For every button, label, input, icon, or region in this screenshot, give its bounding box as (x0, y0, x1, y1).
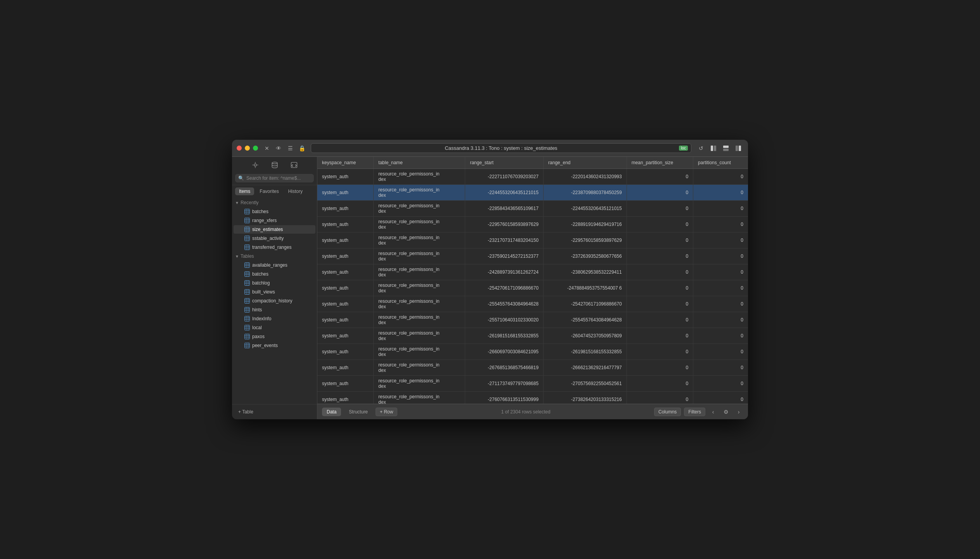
table-cell: -2705756922550452561 (544, 376, 627, 392)
table-cell: 0 (693, 376, 748, 392)
table-row[interactable]: system_authresource_role_permissons_inde… (317, 233, 748, 248)
add-table-button[interactable]: + Table (235, 408, 314, 416)
columns-button[interactable]: Columns (654, 408, 681, 416)
table-cell: -2542706171096886670 (465, 280, 544, 296)
eye-icon[interactable]: 👁 (274, 144, 283, 153)
table-cell: resource_role_permissons_index (374, 376, 465, 392)
table-grid-icon (244, 343, 250, 348)
table-row[interactable]: system_authresource_role_permissons_inde… (317, 392, 748, 404)
table-cell: system_auth (317, 344, 374, 360)
filters-button[interactable]: Filters (684, 408, 705, 416)
sidebar-item-transferred_ranges[interactable]: transferred_ranges (234, 243, 315, 252)
sidebar-table-item-compaction_history[interactable]: compaction_history (234, 297, 315, 305)
table-cell: 0 (693, 328, 748, 344)
sidebar-item-label: batches (252, 209, 268, 214)
search-input[interactable] (246, 175, 311, 181)
col-header-partitions_count[interactable]: partitions_count (693, 157, 748, 169)
prev-button[interactable]: ‹ (708, 407, 718, 417)
tab-items[interactable]: Items (235, 187, 254, 195)
table-cell: 0 (627, 376, 693, 392)
sidebar-table-item-available_ranges[interactable]: available_ranges (234, 261, 315, 269)
settings-button[interactable]: ⚙ (721, 407, 731, 417)
table-grid-icon (244, 218, 250, 223)
maximize-button[interactable] (253, 146, 258, 151)
close-button[interactable] (237, 146, 242, 151)
table-cell: 0 (627, 248, 693, 264)
table-row[interactable]: system_authresource_role_permissons_inde… (317, 248, 748, 264)
add-row-button[interactable]: + Row (376, 408, 397, 416)
sidebar-item-sstable_activity[interactable]: sstable_activity (234, 234, 315, 243)
layout-icon-2[interactable] (721, 143, 731, 153)
tables-items: available_ranges batches batchlog (232, 261, 317, 350)
table-cell: 0 (627, 280, 693, 296)
table-row[interactable]: system_authresource_role_permissons_inde… (317, 376, 748, 392)
close-icon[interactable]: ✕ (263, 144, 271, 153)
sidebar-top: 🔍 (232, 157, 317, 185)
table-cell: 0 (627, 392, 693, 404)
sidebar-item-label: hints (252, 307, 262, 312)
col-header-mean_partition_size[interactable]: mean_partition_size (627, 157, 693, 169)
table-cell: system_auth (317, 376, 374, 392)
col-header-range_start[interactable]: range_start (465, 157, 544, 169)
svg-rect-69 (245, 325, 250, 330)
minimize-button[interactable] (245, 146, 250, 151)
col-header-keyspace_name[interactable]: keyspace_name (317, 157, 374, 169)
table-row[interactable]: system_authresource_role_permissons_inde… (317, 280, 748, 296)
refresh-button[interactable]: ↺ (696, 143, 706, 153)
tab-favorites[interactable]: Favorites (256, 187, 282, 195)
table-row[interactable]: system_authresource_role_permissons_inde… (317, 328, 748, 344)
sidebar-table-item-peer_events[interactable]: peer_events (234, 341, 315, 350)
sidebar-item-range_xfers[interactable]: range_xfers (234, 216, 315, 225)
table-cell: -2244553206435121015 (544, 201, 627, 217)
table-cell: 0 (693, 201, 748, 217)
lock-icon[interactable]: 🔒 (298, 144, 306, 153)
svg-point-6 (254, 164, 256, 166)
next-button[interactable]: › (734, 407, 743, 417)
table-container: keyspace_nametable_namerange_startrange_… (317, 157, 748, 404)
sidebar-table-item-local[interactable]: local (234, 323, 315, 332)
tables-section-header[interactable]: ▼ Tables (232, 252, 317, 260)
sidebar: 🔍 Items Favorites History ▼ Recently (232, 157, 317, 419)
layout-icon-1[interactable] (708, 143, 719, 153)
table-cell: 0 (627, 312, 693, 328)
database-icon[interactable] (269, 161, 280, 171)
table-row[interactable]: system_authresource_role_permissons_inde… (317, 185, 748, 201)
col-header-table_name[interactable]: table_name (374, 157, 465, 169)
table-row[interactable]: system_authresource_role_permissons_inde… (317, 360, 748, 376)
sidebar-item-size_estimates[interactable]: size_estimates (234, 225, 315, 234)
table-row[interactable]: system_authresource_role_permissons_inde… (317, 344, 748, 360)
tab-structure[interactable]: Structure (344, 408, 372, 416)
sidebar-item-label: batches (252, 271, 268, 277)
table-row[interactable]: system_authresource_role_permissons_inde… (317, 296, 748, 312)
tab-history[interactable]: History (284, 187, 306, 195)
sidebar-table-item-paxos[interactable]: paxos (234, 332, 315, 341)
col-header-range_end[interactable]: range_end (544, 157, 627, 169)
bottom-actions: Columns Filters ‹ ⚙ › (654, 407, 743, 417)
table-cell: system_auth (317, 248, 374, 264)
sidebar-table-item-batches[interactable]: batches (234, 270, 315, 278)
sidebar-table-item-built_views[interactable]: built_views (234, 288, 315, 296)
table-row[interactable]: system_authresource_role_permissons_inde… (317, 201, 748, 217)
table-row[interactable]: system_authresource_role_permissons_inde… (317, 169, 748, 185)
table-cell: 0 (627, 360, 693, 376)
table-cell: resource_role_permissons_index (374, 185, 465, 201)
menu-icon[interactable]: ☰ (286, 144, 294, 153)
table-row[interactable]: system_authresource_role_permissons_inde… (317, 217, 748, 233)
tab-data[interactable]: Data (322, 408, 341, 416)
table-row[interactable]: system_authresource_role_permissons_inde… (317, 312, 748, 328)
connection-icon[interactable] (249, 161, 261, 171)
table-row[interactable]: system_authresource_role_permissons_inde… (317, 264, 748, 280)
table-cell: 0 (627, 185, 693, 201)
sidebar-item-batches[interactable]: batches (234, 207, 315, 216)
sidebar-table-item-hints[interactable]: hints (234, 306, 315, 314)
table-cell: -2238709880378450259 (544, 185, 627, 201)
table-cell: 0 (693, 312, 748, 328)
sql-icon[interactable] (288, 161, 300, 171)
main-content: 🔍 Items Favorites History ▼ Recently (232, 157, 748, 419)
sidebar-table-item-IndexInfo[interactable]: IndexInfo (234, 314, 315, 323)
sidebar-table-item-batchlog[interactable]: batchlog (234, 279, 315, 287)
search-bar[interactable]: 🔍 (235, 174, 314, 182)
table-cell: -2288919194629419716 (544, 217, 627, 233)
layout-icon-3[interactable] (733, 143, 743, 153)
recently-section-header[interactable]: ▼ Recently (232, 198, 317, 207)
